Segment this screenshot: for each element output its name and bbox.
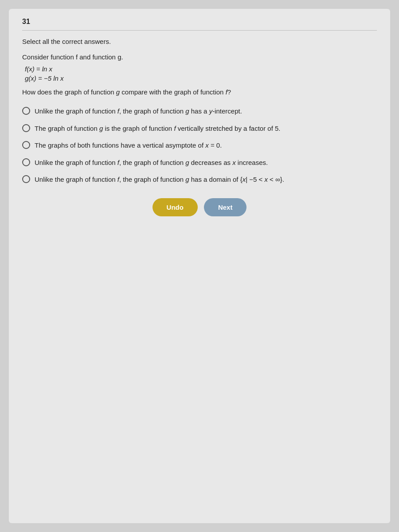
next-button[interactable]: Next — [204, 198, 247, 216]
option-c[interactable]: The graphs of both functions have a vert… — [22, 141, 377, 151]
undo-button[interactable]: Undo — [153, 198, 198, 216]
radio-d[interactable] — [22, 158, 30, 166]
option-e[interactable]: Unlike the graph of function f, the grap… — [22, 175, 377, 185]
radio-c[interactable] — [22, 141, 30, 149]
instructions: Select all the correct answers. — [22, 38, 377, 45]
option-d[interactable]: Unlike the graph of function f, the grap… — [22, 158, 377, 168]
option-a-text: Unlike the graph of function f, the grap… — [35, 106, 242, 117]
option-a[interactable]: Unlike the graph of function f, the grap… — [22, 106, 377, 117]
question-text: How does the graph of function g compare… — [22, 88, 377, 96]
button-row: Undo Next — [22, 198, 377, 216]
option-b-text: The graph of function g is the graph of … — [35, 124, 281, 134]
answer-options-list: Unlike the graph of function f, the grap… — [22, 106, 377, 185]
option-e-text: Unlike the graph of function f, the grap… — [35, 175, 284, 185]
radio-e[interactable] — [22, 175, 30, 183]
question-number: 31 — [22, 18, 377, 31]
option-b[interactable]: The graph of function g is the graph of … — [22, 124, 377, 134]
question-container: 31 Select all the correct answers. Consi… — [9, 9, 390, 523]
problem-intro: Consider function f and function g. — [22, 53, 377, 61]
radio-b[interactable] — [22, 124, 30, 132]
radio-a[interactable] — [22, 107, 30, 115]
function-g: g(x) = −5 ln x — [25, 74, 377, 82]
option-c-text: The graphs of both functions have a vert… — [35, 141, 222, 151]
function-f: f(x) = ln x — [25, 65, 377, 73]
option-d-text: Unlike the graph of function f, the grap… — [35, 158, 268, 168]
